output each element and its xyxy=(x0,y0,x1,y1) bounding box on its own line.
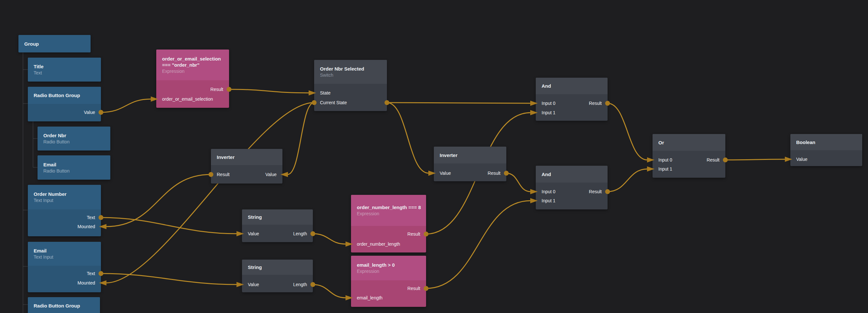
node-expression-email-length[interactable]: email_length > 0ExpressionResultemail_le… xyxy=(351,256,426,307)
port-label: Value xyxy=(84,109,95,116)
node-subtitle: Switch xyxy=(320,72,387,78)
port-row: Mounted xyxy=(28,279,101,286)
node-radio-button-group[interactable]: Radio Button GroupValue xyxy=(28,87,101,121)
port-label: Text xyxy=(87,270,95,277)
node-and-2[interactable]: AndInput 0ResultInput 1 xyxy=(536,166,608,209)
port-label: Result xyxy=(707,156,719,164)
node-boolean[interactable]: BooleanValue xyxy=(790,134,862,166)
port-label: Result xyxy=(488,170,500,177)
node-title: String xyxy=(248,214,313,220)
node-header: Order NumberText Input xyxy=(28,185,101,209)
node-header: Group xyxy=(19,35,91,52)
port-label: order_or_email_selection xyxy=(162,95,213,103)
port-label: Value xyxy=(796,156,807,163)
port-label: order_number_length xyxy=(357,240,400,248)
port-label: Input 1 xyxy=(541,197,556,204)
node-inverter-1[interactable]: InverterResultValue xyxy=(211,149,282,183)
port-row: Input 1 xyxy=(653,165,725,173)
port-label: Input 1 xyxy=(658,165,672,173)
port-row: ValueLength xyxy=(242,230,313,237)
node-title: Order Number xyxy=(34,191,101,197)
node-title: order_or_email_selection === "order_nbr" xyxy=(162,56,229,68)
port-label: Result xyxy=(407,285,420,292)
nodes-layer: GroupTitleTextRadio Button GroupValueOrd… xyxy=(0,0,868,313)
node-subtitle: Radio Button xyxy=(43,139,110,145)
node-header: Or xyxy=(653,134,725,151)
node-title: Order Nbr xyxy=(43,133,110,139)
node-header: Radio Button Group xyxy=(28,87,101,104)
node-group[interactable]: Group xyxy=(19,35,91,52)
node-and-1[interactable]: AndInput 0ResultInput 1 xyxy=(536,78,608,121)
port-label: Input 0 xyxy=(541,100,556,107)
node-subtitle: Expression xyxy=(357,268,426,274)
node-string-1[interactable]: StringValueLength xyxy=(242,209,313,242)
node-title: Inverter xyxy=(440,152,506,158)
node-radio-button-group-2[interactable]: Radio Button Group xyxy=(28,297,100,313)
node-header: order_or_email_selection === "order_nbr"… xyxy=(156,50,229,80)
node-title: Radio Button Group xyxy=(34,303,100,309)
port-row: Result xyxy=(351,285,426,292)
node-header: String xyxy=(242,209,313,225)
port-label: Result xyxy=(589,188,602,195)
node-order-nbr-radio-button[interactable]: Order NbrRadio Button xyxy=(37,126,110,150)
port-row: Input 1 xyxy=(536,109,608,116)
port-label: Input 0 xyxy=(541,188,556,195)
port-label: Value xyxy=(265,171,277,178)
node-header: Inverter xyxy=(211,149,282,165)
node-title: email_length > 0 xyxy=(357,262,426,268)
port-row: Current State xyxy=(314,99,387,106)
node-title: Boolean xyxy=(796,139,862,145)
node-title: Inverter xyxy=(217,154,282,160)
node-title-text[interactable]: TitleText xyxy=(28,58,101,82)
node-title: Radio Button Group xyxy=(34,92,101,98)
port-row: Text xyxy=(28,214,101,221)
port-row: State xyxy=(314,89,387,96)
port-label: Input 0 xyxy=(658,156,672,164)
node-order-nbr-selected-switch[interactable]: Order Nbr SelectedSwitchStateCurrent Sta… xyxy=(314,60,387,111)
port-label: Mounted xyxy=(78,223,95,230)
node-header: Order Nbr SelectedSwitch xyxy=(314,60,387,84)
node-title: And xyxy=(541,171,608,177)
port-label: Value xyxy=(440,170,451,177)
node-title: Title xyxy=(34,63,101,69)
node-header: TitleText xyxy=(28,58,101,82)
port-label: Current State xyxy=(320,99,347,106)
port-row: Mounted xyxy=(28,223,101,230)
node-email-text-input[interactable]: EmailText InputTextMounted xyxy=(28,242,101,292)
node-header: Radio Button Group xyxy=(28,297,100,313)
port-row: email_length xyxy=(351,294,426,301)
port-row: Result xyxy=(156,86,229,93)
node-title: And xyxy=(541,83,608,89)
node-header: And xyxy=(536,78,608,94)
node-subtitle: Radio Button xyxy=(43,168,110,174)
node-expression-order-number-length[interactable]: order_number_length === 8ExpressionResul… xyxy=(351,195,426,253)
node-inverter-2[interactable]: InverterValueResult xyxy=(434,147,506,181)
port-label: Mounted xyxy=(78,279,95,286)
port-row: Input 0Result xyxy=(536,188,608,195)
node-title: Group xyxy=(24,41,91,47)
port-label: Result xyxy=(217,171,230,178)
port-row: order_or_email_selection xyxy=(156,95,229,103)
port-label: Length xyxy=(293,281,307,288)
port-label: email_length xyxy=(357,294,382,301)
port-label: Result xyxy=(210,86,223,93)
node-header: String xyxy=(242,260,313,275)
node-subtitle: Expression xyxy=(162,68,229,74)
port-label: State xyxy=(320,89,331,96)
port-label: Input 1 xyxy=(541,109,556,116)
node-header: order_number_length === 8Expression xyxy=(351,195,426,226)
node-order-number-text-input[interactable]: Order NumberText InputTextMounted xyxy=(28,185,101,236)
node-string-2[interactable]: StringValueLength xyxy=(242,260,313,292)
node-header: Inverter xyxy=(434,147,506,164)
node-or[interactable]: OrInput 0ResultInput 1 xyxy=(653,134,725,178)
port-row: Text xyxy=(28,270,101,277)
port-label: Value xyxy=(248,281,259,288)
node-title: Order Nbr Selected xyxy=(320,66,387,72)
port-label: Result xyxy=(589,100,602,107)
node-editor-canvas[interactable]: GroupTitleTextRadio Button GroupValueOrd… xyxy=(0,0,868,313)
node-expression-order-or-email-selection[interactable]: order_or_email_selection === "order_nbr"… xyxy=(156,50,229,108)
node-header: Boolean xyxy=(790,134,862,150)
port-row: ValueResult xyxy=(434,170,506,177)
node-email-radio-button[interactable]: EmailRadio Button xyxy=(37,155,110,180)
port-row: Value xyxy=(790,156,862,163)
